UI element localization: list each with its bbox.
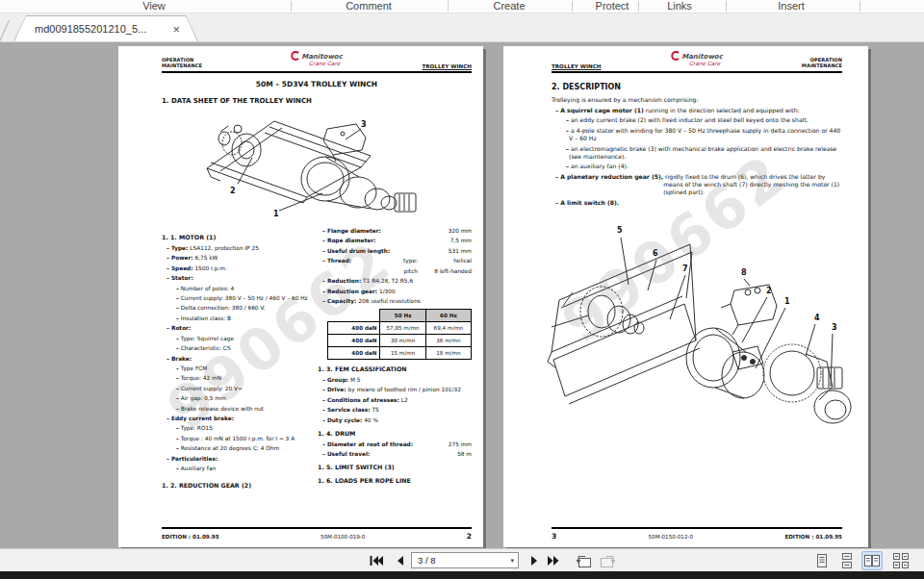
view-mode-continuous[interactable] xyxy=(836,551,858,570)
spec-row: 1. 4. DRUM xyxy=(318,430,472,438)
manitowoc-logo: Manitowoc Crane Care xyxy=(291,51,343,67)
tab-title: md0091855201210_5... xyxy=(35,23,146,35)
trolley-winch-exploded-drawing: 5 6 7 8 2 1 4 3 xyxy=(544,212,861,431)
spec-row: – Torque: 42 mN xyxy=(162,375,308,382)
spec-row: – Air gap: 0,5 mm xyxy=(162,395,308,402)
spec-row: – Power: 6,75 kW xyxy=(162,255,308,262)
view-mode-single-page[interactable] xyxy=(811,551,833,570)
footer-doc-number: 50M-0150-012-0 xyxy=(556,534,784,540)
description-list: Trolleying is ensured by a mechanism com… xyxy=(552,96,842,207)
spec-row: – Reduction: T1 R4,28, T2 R5,6 xyxy=(318,278,472,285)
first-page-button[interactable] xyxy=(367,553,386,568)
callout-1: 1 xyxy=(784,297,790,306)
description-line: – a 4-pole stator with winding for 380 V… xyxy=(552,127,842,142)
spec-row: – Type: Squirrel cage xyxy=(162,336,308,342)
spec-row: – Diameter at root of thread:275 mm xyxy=(318,441,472,448)
section-heading-description: 2. DESCRIPTION xyxy=(552,83,842,91)
menu-separator xyxy=(726,1,727,12)
menu-separator xyxy=(448,1,449,12)
next-view-button[interactable] xyxy=(598,553,619,568)
speed-table-header-50hz: 50 Hz xyxy=(380,310,425,322)
spec-row: – Delta connection: 380 / 660 V. xyxy=(162,305,308,312)
page-title: 50M – 5D3V4 TROLLEY WINCH xyxy=(162,80,472,88)
spec-row: – Eddy current brake: xyxy=(162,415,308,422)
menu-item-create[interactable]: Create xyxy=(493,0,525,13)
page-dropdown-caret-icon[interactable]: ▾ xyxy=(510,557,518,565)
previous-view-icon xyxy=(574,554,592,568)
spec-row: – Conditions of stresses: L2 xyxy=(318,397,472,404)
next-page-button[interactable] xyxy=(525,553,544,568)
spec-row: 1. 2. REDUCTION GEAR (2) xyxy=(162,482,308,490)
logo-swoosh-icon xyxy=(291,51,300,61)
spec-row: – Stator: xyxy=(162,275,308,282)
menu-item-links[interactable]: Links xyxy=(667,0,692,13)
footer-doc-number: 50M-0100-019-0 xyxy=(219,534,467,540)
menu-separator xyxy=(291,1,292,12)
speed-table-row: 400 daN15 m/mn18 m/mn xyxy=(328,347,472,360)
facing-pages-icon xyxy=(864,553,880,568)
menu-separator xyxy=(638,1,639,12)
speed-table-row: 400 daN57,85 m/mn69,4 m/mn xyxy=(328,322,472,335)
header-doc-type: OPERATION MAINTENANCE xyxy=(802,57,842,70)
spec-row: – Resistance at 20 degrees C: 4 Ohm xyxy=(162,445,308,452)
callout-2: 2 xyxy=(230,187,236,195)
document-view-area: 990662 OPERATION MAINTENANCE Manitowoc C… xyxy=(0,41,924,548)
last-page-icon xyxy=(547,555,560,566)
document-tab[interactable]: md0091855201210_5... × xyxy=(13,15,198,41)
speed-table: 50 Hz 60 Hz 400 daN57,85 m/mn69,4 m/mn 4… xyxy=(327,309,472,360)
speed-table-header-60hz: 60 Hz xyxy=(425,310,471,322)
continuous-scroll-icon xyxy=(839,553,855,568)
description-line: Trolleying is ensured by a mechanism com… xyxy=(552,96,842,104)
page-indicator-box: ▾ xyxy=(411,552,519,568)
menu-separator xyxy=(860,1,860,12)
description-line: – A squirrel cage motor (1) running in t… xyxy=(552,107,842,114)
footer-edition: EDITION : 01.09.95 xyxy=(162,534,219,540)
spec-row: 1. 1. MOTOR (1) xyxy=(162,234,308,241)
pdf-page-right: 990662 TROLLEY WINCH Manitowoc Crane Car… xyxy=(503,46,868,547)
single-page-icon xyxy=(814,553,830,568)
view-mode-facing[interactable] xyxy=(861,551,883,570)
next-view-icon xyxy=(600,554,618,568)
pdf-page-left: 990662 OPERATION MAINTENANCE Manitowoc C… xyxy=(118,46,483,547)
callout-6: 6 xyxy=(653,249,658,258)
tab-bar: md0091855201210_5... × xyxy=(0,13,924,42)
speed-table-corner xyxy=(328,310,380,322)
menu-item-protect[interactable]: Protect xyxy=(596,0,629,13)
tab-edge-decoration xyxy=(0,20,10,41)
spec-row: – Current supply: 380 V – 50 Hz / 460 V … xyxy=(162,295,308,302)
page-header: OPERATION MAINTENANCE Manitowoc Crane Ca… xyxy=(162,53,472,73)
page-number-input[interactable] xyxy=(412,555,500,566)
spec-row: – Characteristic: CS xyxy=(162,345,308,352)
callout-1: 1 xyxy=(273,210,279,218)
spec-row: – Useful drum length:531 mm xyxy=(318,248,472,255)
spec-row: – Reduction gear: 1/300 xyxy=(318,289,472,295)
menu-item-comment[interactable]: Comment xyxy=(346,0,392,13)
spec-row: – Particularities: xyxy=(162,456,308,463)
spec-row: – Duty cycle: 40 % xyxy=(318,417,472,424)
view-mode-continuous-facing[interactable] xyxy=(890,551,911,570)
menu-separator xyxy=(572,1,573,12)
spec-row: – Type FCM xyxy=(162,365,308,372)
last-page-button[interactable] xyxy=(544,553,563,568)
callout-3: 3 xyxy=(832,323,837,332)
previous-page-button[interactable] xyxy=(391,553,410,568)
spec-row: – Brake: xyxy=(162,356,308,363)
spec-row: – Speed: 1500 r.p.m. xyxy=(162,265,308,272)
previous-view-button[interactable] xyxy=(572,553,593,568)
spec-row: – Flange diameter:320 mm xyxy=(318,228,472,235)
spec-row: – Group: M 5 xyxy=(318,377,472,384)
continuous-facing-icon xyxy=(893,553,909,568)
callout-5: 5 xyxy=(617,226,623,235)
menu-item-insert[interactable]: Insert xyxy=(778,0,805,13)
footer-edition: EDITION : 01.09.95 xyxy=(784,534,842,540)
spec-row: – Current supply: 20 V= xyxy=(162,386,308,392)
page-footer: 3 50M-0150-012-0 EDITION : 01.09.95 xyxy=(552,527,842,541)
description-line: – an electromagnetic brake (3) with mech… xyxy=(552,145,842,161)
callout-3: 3 xyxy=(361,120,367,129)
section-heading-datasheet: 1. DATA SHEET OF THE TROLLEY WINCH xyxy=(162,97,472,105)
spec-row: – Service class: T5 xyxy=(318,407,472,414)
close-tab-icon[interactable]: × xyxy=(172,23,180,36)
page-footer: EDITION : 01.09.95 50M-0100-019-0 2 xyxy=(162,527,472,541)
description-line: – an eddy current brake (2) with fixed i… xyxy=(552,116,842,124)
menu-item-view[interactable]: View xyxy=(142,0,166,13)
